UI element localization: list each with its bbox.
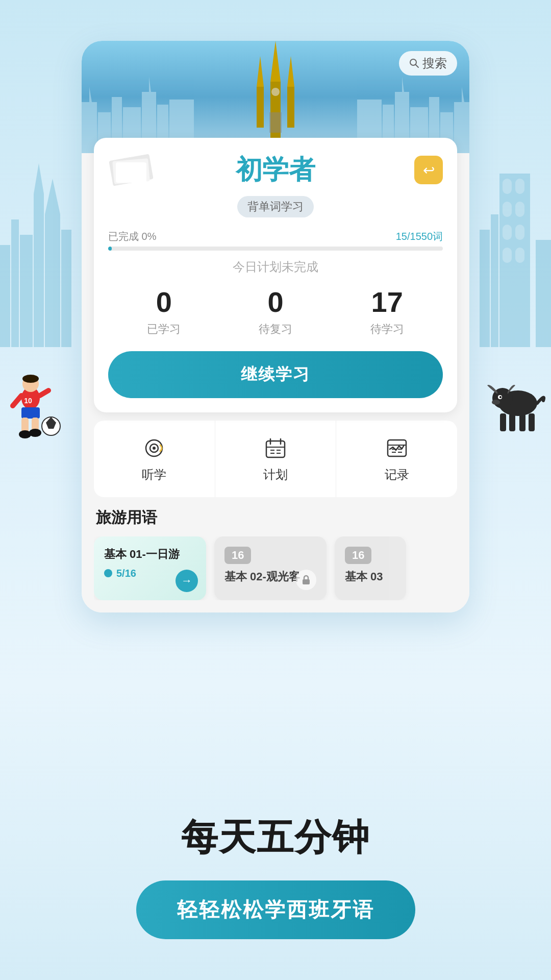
action-listen-label: 听学 [142, 467, 166, 483]
svg-point-24 [492, 400, 500, 405]
progress-section: 已完成 0% 15/1550词 [108, 230, 443, 251]
stat-review: 0 待复习 [259, 285, 292, 337]
svg-marker-18 [34, 163, 44, 194]
lesson-1-progress-text: 5/16 [116, 568, 136, 579]
lesson-3-title: 基本 03 [345, 569, 396, 585]
svg-point-8 [19, 430, 31, 438]
svg-point-9 [29, 429, 41, 437]
progress-track [108, 247, 443, 251]
lesson-3-count: 16 [345, 547, 371, 564]
progress-labels: 已完成 0% 15/1550词 [108, 230, 443, 243]
svg-rect-46 [287, 87, 294, 128]
action-plan[interactable]: 计划 [215, 421, 337, 497]
svg-rect-38 [503, 248, 512, 263]
svg-point-23 [499, 396, 502, 398]
svg-marker-19 [45, 179, 60, 214]
listen-icon [141, 435, 167, 461]
svg-rect-17 [61, 230, 71, 347]
record-icon [384, 435, 410, 461]
svg-rect-71 [116, 162, 146, 183]
stat-studied: 0 已学习 [147, 285, 181, 337]
svg-line-3 [13, 396, 21, 406]
svg-rect-28 [529, 413, 535, 431]
svg-rect-32 [503, 179, 512, 194]
svg-rect-34 [503, 202, 512, 217]
svg-marker-55 [149, 77, 151, 92]
svg-rect-37 [515, 225, 524, 240]
action-record[interactable]: 记录 [336, 421, 457, 497]
vocab-badge-wrap: 背单词学习 [108, 196, 443, 224]
svg-text:10: 10 [24, 397, 32, 405]
svg-rect-35 [515, 202, 524, 217]
learning-card: 初学者 ↩ 背单词学习 已完成 0% 15/1550词 今日计划未完成 [94, 138, 457, 412]
progress-right-label: 15/1550词 [396, 230, 443, 243]
stats-row: 0 已学习 0 待复习 17 待学习 [108, 285, 443, 337]
svg-rect-44 [257, 87, 264, 128]
card-header: 初学者 ↩ [108, 152, 443, 188]
svg-line-68 [416, 65, 418, 67]
actions-card: 听学 [94, 421, 457, 497]
svg-rect-27 [519, 413, 525, 431]
stat-pending-number: 17 [371, 285, 403, 318]
lesson-2-count: 16 [224, 547, 251, 564]
plan-icon [262, 435, 289, 461]
stat-studied-number: 0 [156, 285, 172, 318]
svg-rect-16 [45, 214, 60, 347]
stat-review-number: 0 [267, 285, 283, 318]
svg-rect-15 [34, 194, 44, 347]
phone-card: 搜索 初学者 ↩ 背单词学习 [82, 41, 469, 612]
svg-rect-89 [303, 579, 310, 584]
big-title: 每天五分钟 [181, 813, 370, 862]
svg-rect-25 [500, 413, 506, 431]
progress-fill [108, 247, 112, 251]
action-record-label: 记录 [385, 467, 409, 483]
svg-line-4 [40, 390, 48, 396]
lesson-2-lock-icon [296, 570, 316, 590]
today-plan-text: 今日计划未完成 [108, 259, 443, 275]
section-title: 旅游用语 [94, 507, 457, 528]
search-button[interactable]: 搜索 [399, 51, 457, 76]
svg-point-74 [153, 447, 156, 450]
vocab-badge: 背单词学习 [237, 196, 314, 217]
cathedral-icon [240, 41, 311, 148]
svg-rect-26 [509, 413, 515, 431]
app-area: 10 [0, 0, 551, 788]
svg-rect-14 [20, 235, 33, 347]
left-decoration: 10 [0, 41, 71, 500]
svg-marker-41 [270, 41, 281, 82]
lesson-card-2[interactable]: 16 基本 02-观光客 [214, 536, 327, 600]
svg-rect-12 [0, 245, 10, 347]
svg-rect-33 [515, 179, 524, 194]
continue-button[interactable]: 继续学习 [108, 351, 443, 398]
search-label: 搜索 [422, 55, 447, 71]
cta-button[interactable]: 轻轻松松学西班牙语 [136, 880, 415, 939]
svg-rect-75 [266, 441, 285, 457]
svg-rect-47 [269, 112, 282, 133]
lesson-card-3[interactable]: 16 基本 03 [335, 536, 406, 600]
action-listen[interactable]: 听学 [94, 421, 215, 497]
bottom-section: 每天五分钟 轻轻松松学西班牙语 [0, 788, 551, 980]
svg-rect-5 [21, 407, 40, 419]
svg-point-2 [22, 375, 39, 383]
stat-pending-label: 待学习 [370, 322, 404, 337]
main-content: 初学者 ↩ 背单词学习 已完成 0% 15/1550词 今日计划未完成 [82, 138, 469, 612]
progress-dot [104, 569, 112, 577]
svg-rect-40 [536, 240, 551, 347]
right-decoration [480, 41, 551, 500]
svg-marker-61 [402, 77, 404, 92]
svg-point-67 [410, 59, 416, 65]
svg-point-48 [271, 88, 280, 96]
back-button[interactable]: ↩ [414, 156, 443, 184]
stat-studied-label: 已学习 [147, 322, 181, 337]
svg-marker-50 [89, 87, 92, 102]
svg-rect-39 [515, 248, 524, 263]
lessons-row: 基本 01-一日游 5/16 → 16 基本 02-观光客 [94, 536, 457, 600]
lesson-1-arrow[interactable]: → [176, 570, 198, 592]
lesson-card-1[interactable]: 基本 01-一日游 5/16 → [94, 536, 206, 600]
stat-review-label: 待复习 [259, 322, 292, 337]
stat-pending: 17 待学习 [370, 285, 404, 337]
svg-rect-29 [480, 230, 490, 347]
hero-banner: 搜索 [82, 41, 469, 153]
svg-rect-36 [503, 225, 512, 240]
book-icon [108, 152, 154, 188]
